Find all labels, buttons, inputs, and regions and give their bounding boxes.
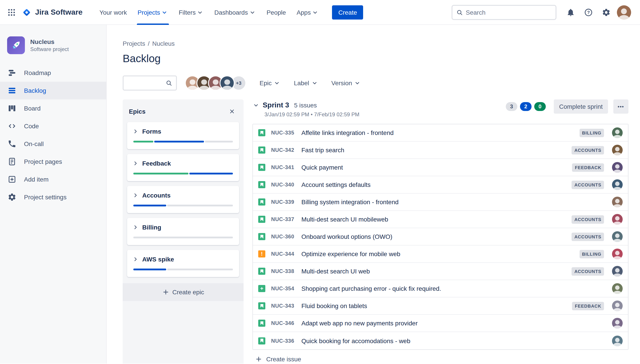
epic-card-forms[interactable]: Forms bbox=[127, 122, 239, 149]
nav-item-dashboards[interactable]: Dashboards bbox=[209, 0, 261, 25]
assignee-avatar[interactable] bbox=[612, 248, 623, 259]
issue-row[interactable]: NUC-343Fluid booking on tabletsFEEDBACK bbox=[253, 298, 628, 315]
issue-type-story-icon bbox=[258, 302, 265, 310]
epic-progress-bar bbox=[133, 141, 233, 142]
issue-row[interactable]: NUC-337Multi-dest search UI mobilewebACC… bbox=[253, 211, 628, 228]
project-sidebar: Nucleus Software project RoadmapBacklogB… bbox=[0, 25, 107, 364]
assignee-avatar[interactable] bbox=[612, 283, 623, 294]
epic-name: Feedback bbox=[142, 160, 171, 167]
issue-row[interactable]: +NUC-354Shopping cart purchasing error -… bbox=[253, 280, 628, 298]
jira-logo[interactable]: Jira Software bbox=[21, 7, 83, 18]
assignee-avatar[interactable] bbox=[612, 179, 623, 190]
complete-sprint-button[interactable]: Complete sprint bbox=[554, 100, 608, 114]
sidebar-item-project-settings[interactable]: Project settings bbox=[0, 188, 106, 206]
sidebar-item-board[interactable]: Board bbox=[0, 100, 106, 117]
epic-card-feedback[interactable]: Feedback bbox=[127, 154, 239, 181]
chevron-down-icon bbox=[249, 9, 256, 16]
epic-card-aws-spike[interactable]: AWS spike bbox=[127, 250, 239, 277]
breadcrumb-separator bbox=[148, 40, 150, 47]
issue-type-story-icon bbox=[258, 216, 265, 223]
chevron-down-icon bbox=[273, 80, 280, 86]
chevron-down-icon bbox=[161, 9, 168, 16]
breadcrumb: Projects Nucleus bbox=[123, 40, 628, 47]
issue-row[interactable]: NUC-339Billing system integration - fron… bbox=[253, 194, 628, 211]
issue-row[interactable]: NUC-335Affelite links integration - fron… bbox=[253, 124, 628, 142]
assignee-avatar[interactable] bbox=[612, 231, 623, 242]
user-profile-avatar[interactable] bbox=[617, 5, 631, 19]
issue-title: Account settings defaults bbox=[301, 181, 566, 188]
issue-key: NUC-336 bbox=[271, 338, 294, 344]
notifications-icon[interactable] bbox=[564, 5, 578, 19]
filter-dropdown-label[interactable]: Label bbox=[289, 77, 322, 89]
issue-row[interactable]: NUC-338Multi-dest search UI webACCOUNTS bbox=[253, 263, 628, 280]
settings-icon[interactable] bbox=[599, 5, 613, 19]
assignee-avatar[interactable] bbox=[612, 300, 623, 311]
assignee-avatar[interactable] bbox=[612, 128, 623, 138]
breadcrumb-projects[interactable]: Projects bbox=[123, 40, 145, 47]
epic-card-accounts[interactable]: Accounts bbox=[127, 186, 239, 213]
team-member-avatar[interactable] bbox=[220, 76, 235, 90]
nav-item-your-work[interactable]: Your work bbox=[94, 0, 132, 25]
issue-title: Affelite links integration - frontend bbox=[301, 129, 574, 136]
issue-row[interactable]: NUC-346Adapt web app no new payments pro… bbox=[253, 315, 628, 332]
sprint-badge-done: 0 bbox=[534, 102, 546, 111]
help-icon[interactable]: ? bbox=[581, 5, 595, 19]
nav-item-apps[interactable]: Apps bbox=[291, 0, 324, 25]
breadcrumb-project-name[interactable]: Nucleus bbox=[152, 40, 175, 47]
backlog-search[interactable] bbox=[123, 76, 177, 90]
epic-card-billing[interactable]: Billing bbox=[127, 218, 239, 245]
issue-key: NUC-338 bbox=[271, 268, 294, 274]
sidebar-item-add-item[interactable]: Add item bbox=[0, 170, 106, 188]
roadmap-icon bbox=[7, 68, 17, 77]
nav-item-projects[interactable]: Projects bbox=[132, 0, 173, 25]
additem-icon bbox=[7, 175, 17, 184]
backlog-search-input[interactable] bbox=[127, 80, 165, 86]
filter-dropdown-version[interactable]: Version bbox=[327, 77, 365, 89]
nav-item-filters[interactable]: Filters bbox=[173, 0, 209, 25]
sprint-name: Sprint 3 bbox=[263, 101, 289, 109]
create-issue-button[interactable]: Create issue bbox=[255, 356, 301, 363]
issue-row[interactable]: NUC-342Fast trip searchACCOUNTS bbox=[253, 142, 628, 159]
sprint-badge-todo: 3 bbox=[506, 102, 517, 111]
issue-type-story-icon bbox=[258, 164, 265, 171]
app-switcher-icon[interactable] bbox=[5, 5, 19, 19]
sidebar-item-project-pages[interactable]: Project pages bbox=[0, 153, 106, 170]
epic-progress-bar bbox=[133, 205, 233, 206]
issue-row[interactable]: NUC-360Onboard workout options (OWO)ACCO… bbox=[253, 228, 628, 246]
create-epic-button[interactable]: Create epic bbox=[123, 283, 244, 301]
assignee-avatar[interactable] bbox=[612, 145, 623, 155]
issue-key: NUC-346 bbox=[271, 320, 294, 326]
create-button[interactable]: Create bbox=[332, 5, 363, 19]
sidebar-item-backlog[interactable]: Backlog bbox=[0, 82, 106, 100]
primary-nav: Your workProjectsFiltersDashboardsPeople… bbox=[94, 0, 324, 24]
chevron-down-icon bbox=[196, 9, 203, 16]
issue-row[interactable]: NUC-336Quick booking for accomodations -… bbox=[253, 332, 628, 349]
issue-key: NUC-339 bbox=[271, 199, 294, 205]
issue-row[interactable]: NUC-340Account settings defaultsACCOUNTS bbox=[253, 176, 628, 194]
assignee-avatar[interactable] bbox=[612, 318, 623, 328]
assignee-avatar[interactable] bbox=[612, 197, 623, 207]
sidebar-item-code[interactable]: Code bbox=[0, 117, 106, 135]
nav-item-people[interactable]: People bbox=[261, 0, 291, 25]
assignee-avatar[interactable] bbox=[612, 162, 623, 173]
assignee-avatar[interactable] bbox=[612, 214, 623, 224]
issue-title: Multi-dest search UI web bbox=[301, 268, 566, 275]
backlog-icon bbox=[7, 86, 17, 95]
global-search[interactable] bbox=[452, 5, 556, 20]
sprint-more-button[interactable]: ••• bbox=[613, 100, 628, 114]
global-search-input[interactable] bbox=[466, 9, 552, 16]
issue-title: Adapt web app no new payments provider bbox=[301, 320, 599, 327]
sidebar-item-roadmap[interactable]: Roadmap bbox=[0, 64, 106, 82]
chevron-down-icon bbox=[354, 80, 361, 86]
filter-dropdown-epic[interactable]: Epic bbox=[255, 77, 285, 89]
assignee-avatar[interactable] bbox=[612, 266, 623, 276]
close-icon[interactable] bbox=[227, 106, 237, 117]
chevron-down-icon[interactable] bbox=[253, 102, 260, 109]
issue-row[interactable]: !NUC-344Optimize experience for mobile w… bbox=[253, 246, 628, 263]
issue-title: Fluid booking on tablets bbox=[301, 302, 567, 310]
sidebar-item-on-call[interactable]: On-call bbox=[0, 135, 106, 153]
issue-type-feature-icon: + bbox=[258, 285, 265, 292]
issue-title: Quick payment bbox=[301, 164, 567, 171]
assignee-avatar[interactable] bbox=[612, 335, 623, 346]
issue-row[interactable]: NUC-341Quick paymentFEEDBACK bbox=[253, 159, 628, 176]
